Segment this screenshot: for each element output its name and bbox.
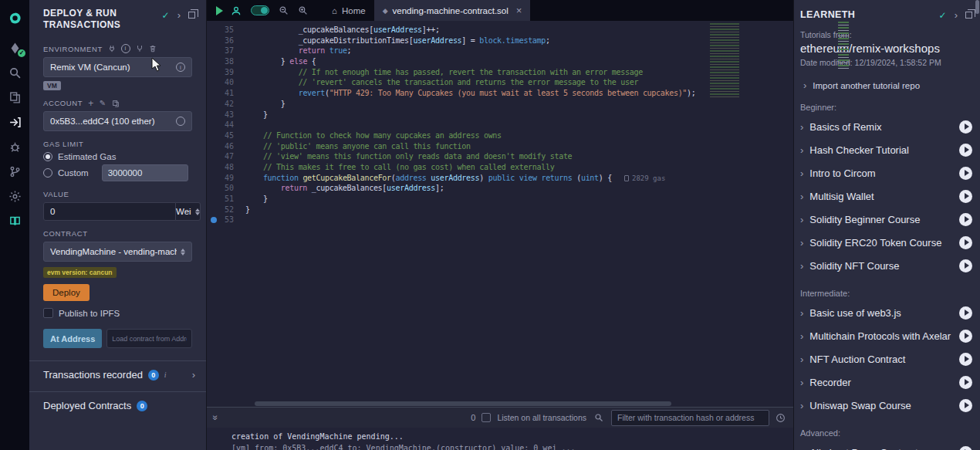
edit-account-icon[interactable]: ✎ bbox=[100, 100, 106, 107]
line-number[interactable]: 44 bbox=[207, 120, 245, 130]
line-number[interactable]: 43 bbox=[207, 110, 245, 120]
tutorial-item[interactable]: ›Uniswap Swap Course bbox=[800, 394, 972, 417]
value-input[interactable] bbox=[43, 202, 176, 221]
tutorial-item[interactable]: ›NFT Auction Contract bbox=[800, 347, 972, 370]
play-tutorial-button[interactable] bbox=[959, 353, 972, 366]
environment-info-icon[interactable]: i bbox=[176, 63, 185, 72]
close-tab-icon[interactable]: × bbox=[516, 5, 522, 16]
tutorial-item[interactable]: ›Multichain Protocols with Axelar bbox=[800, 324, 972, 347]
line-number[interactable]: 40 bbox=[207, 77, 245, 88]
environment-select[interactable]: Remix VM (Cancun) i bbox=[43, 57, 192, 77]
terminal-log-transaction[interactable]: [vm] from: 0x5B3...eddC4 to: VendingMach… bbox=[231, 442, 793, 450]
copy-account-icon[interactable] bbox=[112, 100, 120, 107]
line-number[interactable]: 39 bbox=[207, 67, 245, 78]
zoom-in-icon[interactable] bbox=[298, 5, 308, 15]
source-control-icon[interactable] bbox=[0, 159, 29, 184]
play-tutorial-button[interactable] bbox=[959, 376, 972, 389]
editor-minimap[interactable] bbox=[710, 23, 739, 97]
tutorial-item[interactable]: ›Basic use of web3.js bbox=[800, 301, 972, 324]
transactions-info-icon[interactable]: i bbox=[164, 371, 167, 379]
line-number[interactable]: 48 bbox=[207, 162, 245, 173]
play-tutorial-button[interactable] bbox=[959, 213, 972, 226]
remix-logo-icon[interactable] bbox=[0, 5, 29, 31]
pending-transactions-icon[interactable] bbox=[776, 413, 786, 423]
info-icon[interactable]: i bbox=[121, 44, 130, 53]
fork-icon[interactable] bbox=[136, 45, 144, 52]
line-number[interactable]: 46 bbox=[207, 141, 245, 152]
play-tutorial-button[interactable] bbox=[959, 120, 972, 134]
play-tutorial-button[interactable] bbox=[959, 446, 972, 450]
learneth-scrollbar[interactable] bbox=[975, 0, 979, 14]
at-address-button[interactable]: At Address bbox=[43, 329, 102, 348]
line-number[interactable]: 38 bbox=[207, 56, 245, 67]
listen-all-transactions-checkbox[interactable] bbox=[482, 413, 491, 422]
play-tutorial-button[interactable] bbox=[959, 167, 972, 180]
estimated-gas-radio[interactable] bbox=[43, 152, 52, 161]
panel-popout-icon[interactable] bbox=[188, 12, 195, 19]
account-copy-icon[interactable] bbox=[176, 117, 185, 126]
line-number[interactable]: 42 bbox=[207, 99, 245, 110]
account-select[interactable]: 0x5B3...eddC4 (100 ether) bbox=[43, 111, 192, 131]
import-tutorial-repo[interactable]: › Import another tutorial repo bbox=[803, 80, 972, 91]
remix-ai-assistant-icon[interactable] bbox=[231, 5, 242, 16]
tutorial-item[interactable]: ›Hash Checker Tutorial bbox=[800, 138, 972, 161]
custom-gas-option[interactable]: Custom bbox=[43, 164, 192, 181]
plug-icon[interactable] bbox=[108, 45, 116, 52]
play-tutorial-button[interactable] bbox=[959, 144, 972, 157]
tutorial-item[interactable]: ›Solidity ERC20 Token Course bbox=[800, 231, 972, 254]
transactions-recorded-section[interactable]: Transactions recorded 0 i › bbox=[29, 360, 206, 388]
code-editor[interactable]: 35363738394041424344454647484950515253 _… bbox=[207, 21, 793, 407]
copilot-toggle[interactable] bbox=[251, 5, 269, 15]
line-number[interactable]: 41 bbox=[207, 88, 245, 99]
tutorial-item[interactable]: ›Recorder bbox=[800, 370, 972, 394]
line-number[interactable]: 37 bbox=[207, 46, 245, 56]
estimated-gas-option[interactable]: Estimated Gas bbox=[43, 152, 192, 161]
learneth-chevron-icon[interactable]: › bbox=[955, 9, 958, 21]
search-icon[interactable] bbox=[0, 60, 29, 85]
panel-chevron-icon[interactable]: › bbox=[177, 9, 181, 21]
deployed-contracts-section[interactable]: Deployed Contracts 0 bbox=[29, 391, 206, 419]
contract-select[interactable]: VendingMachine - vending-machin bbox=[43, 242, 192, 262]
learneth-popout-icon[interactable] bbox=[965, 12, 972, 19]
deploy-and-run-icon[interactable] bbox=[0, 110, 29, 134]
line-number[interactable]: 51 bbox=[207, 194, 245, 205]
transactions-expand-icon[interactable]: › bbox=[192, 369, 195, 381]
tutorial-item[interactable]: ›Solidity Beginner Course bbox=[800, 208, 972, 231]
learneth-icon[interactable] bbox=[0, 208, 29, 233]
line-number[interactable]: 53 bbox=[207, 215, 245, 225]
debugger-icon[interactable] bbox=[0, 134, 29, 159]
line-number[interactable]: 45 bbox=[207, 130, 245, 141]
run-script-play-icon[interactable] bbox=[216, 6, 223, 15]
publish-ipfs-checkbox[interactable] bbox=[43, 308, 53, 318]
at-address-input[interactable] bbox=[106, 329, 192, 348]
editor-horizontal-scrollbar[interactable] bbox=[255, 401, 671, 406]
tab-vending-machine-contract[interactable]: ◆ vending-machine-contract.sol × bbox=[374, 0, 531, 21]
tutorial-item[interactable]: ›Solidity NFT Course bbox=[800, 254, 972, 277]
zoom-out-icon[interactable] bbox=[279, 5, 289, 15]
deploy-button[interactable]: Deploy bbox=[43, 284, 90, 301]
terminal-collapse-icon[interactable]: » bbox=[210, 415, 221, 421]
line-number[interactable]: 36 bbox=[207, 36, 245, 46]
solidity-compiler-icon[interactable]: ✓ bbox=[0, 36, 29, 60]
line-number[interactable]: 50 bbox=[207, 183, 245, 194]
play-tutorial-button[interactable] bbox=[959, 259, 972, 272]
delete-environment-icon[interactable] bbox=[149, 45, 157, 52]
tutorial-item[interactable]: ›Intro to Circom bbox=[800, 161, 972, 184]
transaction-filter-input[interactable] bbox=[611, 410, 769, 426]
line-number[interactable]: 35 bbox=[207, 25, 245, 36]
custom-gas-radio[interactable] bbox=[43, 168, 52, 178]
line-number[interactable]: 52 bbox=[207, 205, 245, 215]
play-tutorial-button[interactable] bbox=[959, 190, 972, 203]
play-tutorial-button[interactable] bbox=[959, 399, 972, 412]
settings-gear-icon[interactable] bbox=[0, 184, 29, 208]
tutorial-item[interactable]: ›Multisig Wallet bbox=[800, 184, 972, 208]
terminal-log-pending[interactable]: creation of VendingMachine pending... bbox=[231, 431, 793, 442]
play-tutorial-button[interactable] bbox=[959, 306, 972, 320]
add-account-icon[interactable]: + bbox=[88, 100, 94, 107]
tab-home[interactable]: ⌂ Home bbox=[323, 0, 374, 21]
custom-gas-input[interactable] bbox=[102, 164, 188, 181]
play-tutorial-button[interactable] bbox=[959, 330, 972, 343]
tutorial-item[interactable]: ›Basics of Remix bbox=[800, 115, 972, 138]
terminal-search-icon[interactable] bbox=[594, 413, 603, 422]
file-explorer-icon[interactable] bbox=[0, 85, 29, 110]
